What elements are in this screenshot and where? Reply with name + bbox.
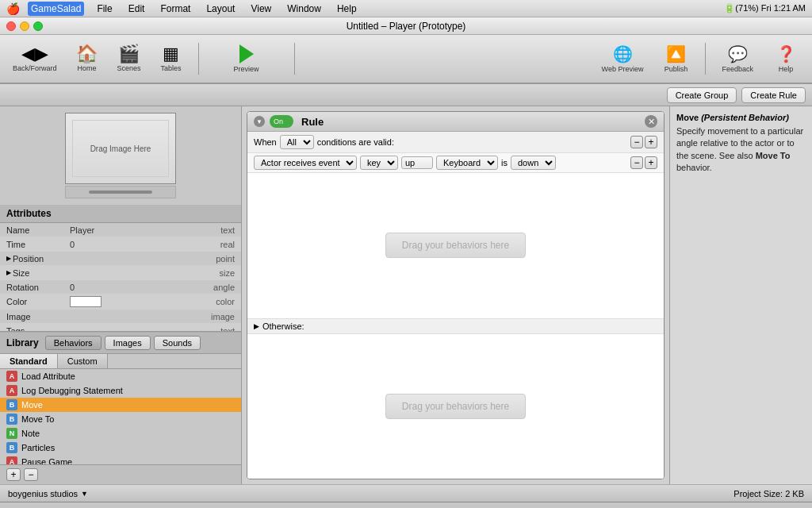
attr-type-position: point [216, 254, 235, 264]
rule-close-button[interactable]: ✕ [645, 115, 657, 128]
behavior-drop-zone-otherwise[interactable]: Drag your behaviors here [247, 334, 664, 479]
preview-button[interactable]: Preview [224, 41, 269, 76]
attr-val-name[interactable]: Player [70, 225, 133, 235]
back-forward-button[interactable]: ◀▶ Back/Forward [6, 42, 63, 75]
attr-type-size: size [219, 268, 235, 278]
rule-plus-button[interactable]: + [645, 136, 657, 148]
attr-type-tags: text [220, 326, 235, 333]
tab-standard[interactable]: Standard [0, 354, 58, 368]
badge-pause-game: A [6, 456, 17, 464]
web-preview-label: Web Preview [602, 65, 644, 73]
menu-file[interactable]: File [94, 2, 115, 16]
help-icon: ❓ [776, 44, 796, 64]
condition-minus-button[interactable]: − [630, 156, 643, 169]
lib-item-move[interactable]: B Move [0, 398, 241, 412]
attr-row-size: ▶ Size size [0, 266, 241, 280]
menu-window[interactable]: Window [284, 2, 324, 16]
rule-body: Drag your behaviors here ▶ Otherwise: Dr… [247, 173, 664, 479]
rule-expander[interactable]: ▼ [254, 116, 265, 127]
expand-size-icon[interactable]: ▶ [6, 269, 11, 276]
key-type-select[interactable]: key [360, 156, 398, 170]
tables-button[interactable]: ▦ Tables [154, 42, 189, 75]
detail-link[interactable]: Move To [756, 151, 791, 160]
badge-particles: B [6, 442, 17, 453]
condition-plus-button[interactable]: + [645, 156, 657, 169]
attr-name-position: Position [13, 254, 76, 264]
otherwise-expand-icon[interactable]: ▶ [254, 322, 259, 330]
attr-name-tags: Tags [6, 326, 70, 333]
event-type-select[interactable]: Actor receives event [254, 156, 357, 170]
lib-remove-button[interactable]: − [24, 468, 38, 481]
detail-description: Specify movement to a particular angle r… [676, 125, 806, 175]
toolbar-sep-1 [198, 43, 199, 75]
publish-button[interactable]: 🔼 Publish [656, 41, 695, 76]
feedback-label: Feedback [722, 65, 753, 73]
lib-label-move-to: Move To [21, 414, 54, 424]
attr-row-tags: Tags text [0, 324, 241, 332]
detail-title: Move (Persistent Behavior) [676, 113, 806, 122]
lib-tab-sounds[interactable]: Sounds [154, 336, 201, 350]
status-dropdown-icon[interactable]: ▼ [81, 490, 88, 498]
create-group-button[interactable]: Create Group [667, 87, 737, 103]
rule-toggle[interactable]: On [270, 115, 293, 128]
library-tabs: Behaviors Images Sounds [45, 336, 201, 350]
dock: 🔍 📨 🌐 📅 🎵 📷 🗺️ 💬 📹 🎮 🎯 📊 🔧 🎨 💡 📦 W P 🖥️ … [0, 502, 812, 508]
home-button[interactable]: 🏠 Home [70, 42, 105, 75]
lib-tab-behaviors[interactable]: Behaviors [45, 336, 102, 350]
menu-gamesalad[interactable]: GameSalad [28, 2, 84, 16]
rule-toggle-label: On [274, 117, 283, 125]
condition-add-remove: − + [630, 156, 657, 169]
menu-view[interactable]: View [247, 2, 274, 16]
rule-conditions-label: conditions are valid: [317, 137, 394, 147]
web-preview-button[interactable]: 🌐 Web Preview [596, 41, 650, 76]
rule-add-remove: − + [630, 136, 657, 148]
attr-name-size: Size [13, 268, 76, 278]
badge-note: N [6, 428, 17, 439]
library-header: Library Behaviors Images Sounds [0, 332, 241, 354]
lib-item-note[interactable]: N Note [0, 426, 241, 441]
attr-color-swatch[interactable] [70, 296, 102, 307]
tab-custom[interactable]: Custom [58, 354, 108, 368]
behavior-drop-zone-main[interactable]: Drag your behaviors here [247, 173, 664, 318]
apple-menu[interactable]: 🍎 [6, 2, 20, 15]
rule-condition-row: Actor receives event key Keyboard is dow… [247, 153, 664, 173]
state-select[interactable]: down [511, 156, 556, 170]
left-panel: Drag Image Here Attributes Name Player t… [0, 106, 242, 484]
help-button[interactable]: ❓ Help [766, 41, 806, 76]
device-select[interactable]: Keyboard [436, 156, 498, 170]
badge-move-to: B [6, 414, 17, 425]
lib-add-button[interactable]: + [6, 468, 21, 481]
attributes-section: Attributes Name Player text Time 0 real … [0, 205, 241, 332]
lib-item-log-debug[interactable]: A Log Debugging Statement [0, 383, 241, 398]
rule-minus-button[interactable]: − [630, 136, 643, 148]
badge-log-debug: A [6, 385, 17, 396]
menu-edit[interactable]: Edit [125, 2, 148, 16]
lib-label-note: Note [21, 429, 40, 438]
attr-name-rotation: Rotation [6, 283, 70, 292]
menu-layout[interactable]: Layout [203, 2, 238, 16]
feedback-icon: 💬 [728, 44, 748, 64]
create-rule-button[interactable]: Create Rule [741, 87, 806, 103]
attr-type-time: real [220, 240, 235, 249]
lib-item-move-to[interactable]: B Move To [0, 412, 241, 426]
key-value-input[interactable] [401, 156, 433, 169]
action-bar: Create Group Create Rule [0, 84, 812, 106]
close-button[interactable] [6, 21, 16, 31]
badge-move: B [6, 399, 17, 410]
attr-row-time: Time 0 real [0, 237, 241, 252]
lib-add-remove: + − [0, 464, 241, 484]
feedback-button[interactable]: 💬 Feedback [715, 41, 760, 76]
lib-item-load-attribute[interactable]: A Load Attribute [0, 369, 241, 383]
expand-position-icon[interactable]: ▶ [6, 255, 11, 262]
menu-help[interactable]: Help [334, 2, 360, 16]
home-icon: 🏠 [76, 45, 98, 63]
maximize-button[interactable] [33, 21, 43, 31]
minimize-button[interactable] [20, 21, 29, 31]
lib-tab-images[interactable]: Images [105, 336, 151, 350]
menu-format[interactable]: Format [157, 2, 193, 16]
rule-all-select[interactable]: All [280, 135, 314, 149]
scenes-icon: 🎬 [118, 45, 140, 63]
lib-item-pause-game[interactable]: A Pause Game [0, 455, 241, 464]
scenes-button[interactable]: 🎬 Scenes [111, 42, 147, 75]
lib-item-particles[interactable]: B Particles [0, 441, 241, 455]
